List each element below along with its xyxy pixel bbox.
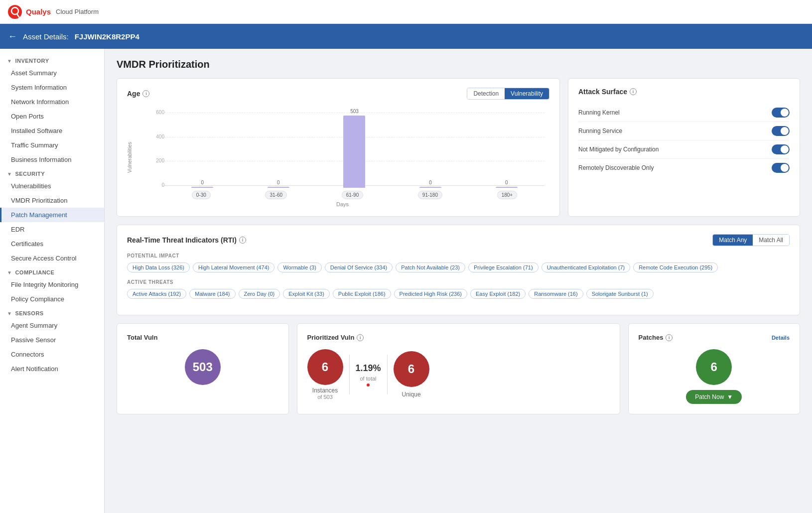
sidebar-item-patch-management[interactable]: Patch Management [0, 208, 104, 222]
tag-privilege-escalation[interactable]: Privilege Escalation (71) [468, 262, 539, 272]
sidebar-item-connectors[interactable]: Connectors [0, 347, 104, 362]
chevron-down-icon: ▼ [727, 393, 733, 400]
prioritized-vuln-content: 6 Instances of 503 1.19% of total [307, 349, 610, 400]
brand-sub: Cloud Platform [56, 8, 99, 15]
tag-patch-not-available[interactable]: Patch Not Available (23) [396, 262, 465, 272]
instances-col: 6 Instances of 503 [307, 349, 343, 400]
x-label-91-180: 91-180 [418, 191, 442, 199]
active-threats-label: ACTIVE THREATS [127, 279, 790, 285]
toggle-not-mitigated[interactable] [772, 144, 790, 154]
prioritized-vuln-title: Prioritized Vuln i [307, 334, 610, 341]
sidebar-item-asset-summary[interactable]: Asset Summary [0, 66, 104, 80]
tag-zero-day[interactable]: Zero Day (0) [239, 289, 280, 299]
prioritized-vuln-info-icon[interactable]: i [357, 334, 364, 341]
sidebar-item-agent-summary[interactable]: Agent Summary [0, 318, 104, 333]
sidebar-item-installed-software[interactable]: Installed Software [0, 124, 104, 138]
x-axis-labels: 0-30 31-60 61-90 91-180 180+ [135, 188, 549, 199]
sidebar-item-traffic-summary[interactable]: Traffic Summary [0, 138, 104, 152]
potential-impact-label: POTENTIAL IMPACT [127, 253, 790, 258]
tag-denial-of-service[interactable]: Denial Of Service (334) [325, 262, 393, 272]
x-label-61-90: 61-90 [342, 191, 364, 199]
page-title: VMDR Prioritization [117, 59, 800, 70]
toggle-row-remotely-discoverable: Remotely Discoverable Only [578, 159, 790, 177]
sidebar-section-label: INVENTORY [15, 58, 49, 64]
bar-val-91-180: 0 [429, 180, 432, 185]
sidebar-section-compliance[interactable]: ▼ COMPLIANCE [0, 265, 104, 277]
tag-high-lateral-movement[interactable]: High Lateral Movement (474) [193, 262, 274, 272]
sidebar-item-system-information[interactable]: System Information [0, 80, 104, 95]
vuln-divider [349, 355, 350, 394]
sidebar-item-file-integrity-monitoring[interactable]: File Integrity Monitoring [0, 277, 104, 292]
instances-circle: 6 [307, 349, 343, 385]
sidebar-item-secure-access-control[interactable]: Secure Access Control [0, 251, 104, 265]
tag-ransomware[interactable]: Ransomware (16) [529, 289, 583, 299]
bar-61-90 [343, 116, 365, 188]
sidebar-item-network-information[interactable]: Network Information [0, 95, 104, 109]
bar-col-180+: 0 [496, 180, 518, 188]
tag-remote-code-execution[interactable]: Remote Code Execution (295) [633, 262, 718, 272]
tag-unauthenticated-exploitation[interactable]: Unauthenticated Exploitation (7) [541, 262, 631, 272]
chevron-down-icon: ▼ [7, 171, 12, 177]
patches-details-link[interactable]: Details [772, 335, 790, 341]
toggle-label-running-service: Running Service [578, 128, 622, 134]
tag-malware[interactable]: Malware (184) [189, 289, 235, 299]
sidebar-item-policy-compliance[interactable]: Policy Compliance [0, 292, 104, 306]
tag-exploit-kit[interactable]: Exploit Kit (33) [283, 289, 330, 299]
tag-active-attacks[interactable]: Active Attacks (192) [127, 289, 186, 299]
sidebar-section-inventory[interactable]: ▼ INVENTORY [0, 54, 104, 66]
age-info-icon[interactable]: i [142, 90, 149, 97]
patches-info-icon[interactable]: i [666, 334, 673, 341]
sidebar-section-sensors[interactable]: ▼ SENSORS [0, 306, 104, 318]
age-attack-row: Age i Detection Vulnerability Vulnerabil… [117, 78, 800, 217]
sidebar-item-passive-sensor[interactable]: Passive Sensor [0, 333, 104, 347]
sidebar-section-security[interactable]: ▼ SECURITY [0, 167, 104, 179]
sidebar-item-open-ports[interactable]: Open Ports [0, 109, 104, 124]
patches-content: 6 Patch Now ▼ [639, 349, 790, 404]
red-dot-indicator [367, 384, 370, 386]
rti-header: Real-Time Threat Indicators (RTI) i Matc… [127, 234, 790, 246]
match-any-button[interactable]: Match Any [713, 235, 753, 246]
tag-wormable[interactable]: Wormable (3) [277, 262, 321, 272]
toggle-label-running-kernel: Running Kernel [578, 109, 620, 116]
main-content: VMDR Prioritization Age i Detection Vuln… [105, 49, 812, 513]
back-button[interactable]: ← [8, 31, 17, 42]
sidebar-item-business-information[interactable]: Business Information [0, 152, 104, 167]
sidebar-item-vmdr-prioritization[interactable]: VMDR Prioritization [0, 193, 104, 208]
instances-label: Instances [312, 387, 338, 394]
bar-0-30 [191, 187, 213, 188]
toggle-running-kernel[interactable] [772, 108, 790, 118]
tag-public-exploit[interactable]: Public Exploit (186) [333, 289, 391, 299]
toggle-running-service[interactable] [772, 126, 790, 136]
bar-val-0-30: 0 [201, 180, 204, 185]
age-tab-group: Detection Vulnerability [467, 88, 549, 100]
sidebar-item-vulnerabilities[interactable]: Vulnerabilities [0, 179, 104, 193]
age-chart: Vulnerabilities 600 400 [127, 108, 549, 207]
sidebar-item-certificates[interactable]: Certificates [0, 237, 104, 251]
attack-surface-info-icon[interactable]: i [630, 88, 637, 95]
sidebar: ▼ INVENTORY Asset Summary System Informa… [0, 49, 105, 513]
asset-id: FJJWIN2K8R2PP4 [75, 32, 139, 41]
sidebar-item-alert-notification[interactable]: Alert Notification [0, 362, 104, 376]
y-axis-label: Vulnerabilities [127, 142, 133, 173]
total-vuln-content: 503 [127, 349, 278, 385]
toggle-remotely-discoverable[interactable] [772, 163, 790, 173]
x-label-180+: 180+ [497, 191, 518, 199]
toggle-label-remotely-discoverable: Remotely Discoverable Only [578, 164, 654, 171]
toggle-label-not-mitigated: Not Mitigated by Configuration [578, 146, 659, 153]
match-all-button[interactable]: Match All [753, 235, 789, 246]
tag-predicted-high-risk[interactable]: Predicted High Risk (236) [394, 289, 467, 299]
asset-details-label: Asset Details: [23, 32, 69, 41]
sidebar-item-edr[interactable]: EDR [0, 222, 104, 237]
tab-detection[interactable]: Detection [467, 88, 505, 99]
tag-solorigate-sunburst[interactable]: Solorigate Sunburst (1) [586, 289, 654, 299]
tab-vulnerability[interactable]: Vulnerability [505, 88, 549, 99]
tag-easy-exploit[interactable]: Easy Exploit (182) [470, 289, 526, 299]
tag-high-data-loss[interactable]: High Data Loss (326) [127, 262, 190, 272]
patch-now-button[interactable]: Patch Now ▼ [686, 390, 742, 404]
asset-header: ← Asset Details: FJJWIN2K8R2PP4 [0, 24, 812, 49]
bar-col-0-30: 0 [191, 180, 213, 188]
bars-container: 600 400 200 [135, 108, 549, 188]
rti-section: Real-Time Threat Indicators (RTI) i Matc… [117, 225, 800, 315]
of-total-label: of total [360, 376, 377, 382]
rti-info-icon[interactable]: i [239, 237, 246, 244]
